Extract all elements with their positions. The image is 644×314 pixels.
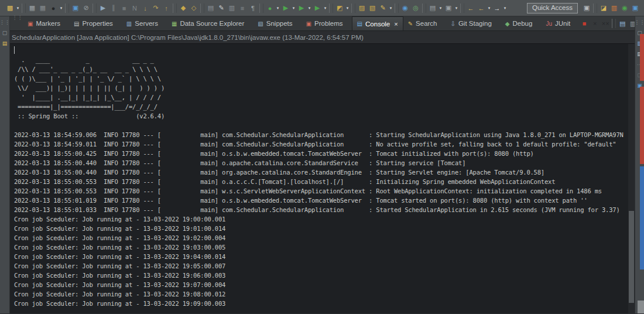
remove-all-launches-icon[interactable]: ×× xyxy=(600,18,611,29)
window-icon[interactable]: ▣ xyxy=(70,2,81,13)
save-icon[interactable]: ▦ xyxy=(27,2,37,13)
back-icon[interactable]: ← xyxy=(465,2,476,13)
toolbar-separator xyxy=(422,4,426,13)
show-whitespace-icon[interactable]: ¶ xyxy=(248,2,258,13)
last-tool-icon[interactable]: ▣ xyxy=(443,2,454,13)
run-last-icon[interactable]: ● xyxy=(265,2,275,13)
console-output[interactable]: . ____ _ __ _ _ /\\ / ___'_ __ _ _(_)_ _… xyxy=(10,43,635,313)
clear-console-icon[interactable]: ▤ xyxy=(617,18,628,29)
tab-label: JUnit xyxy=(555,20,570,27)
toolbar-separator xyxy=(351,4,355,13)
tab-servers[interactable]: ▥ Servers xyxy=(122,16,167,30)
right-strip-handle[interactable]: ⋮⋮ xyxy=(635,18,644,26)
console-line: 2022-03-13 18:55:00.440 INFO 17780 --- [… xyxy=(14,168,635,177)
perspective-debug-icon[interactable]: ◉ xyxy=(619,2,630,13)
disconnect-icon[interactable]: N xyxy=(129,2,140,13)
tab-data-source-explorer[interactable]: ▦ Data Source Explorer xyxy=(167,16,253,30)
step-over-icon[interactable]: ↷ xyxy=(150,2,161,13)
pause-icon[interactable]: ∥ xyxy=(108,2,119,13)
forward-dropdown[interactable]: ▾ xyxy=(502,2,508,13)
console-line: /\\ / ___'_ __ _ _(_)_ __ __ _ \ \ \ \ xyxy=(14,64,635,74)
edge-artifact-blue xyxy=(640,166,644,269)
console-line: 2022-03-13 18:55:00.425 INFO 17780 --- [… xyxy=(14,149,635,158)
properties-icon: ▤ xyxy=(74,21,79,27)
tab-markers[interactable]: ▣ Markers xyxy=(23,16,69,30)
resume-icon[interactable]: ▶ xyxy=(98,2,108,13)
tab-properties[interactable]: ▤ Properties xyxy=(69,16,122,30)
terminate-icon[interactable]: ■ xyxy=(119,2,129,13)
run-icon[interactable]: ▶ xyxy=(280,2,291,13)
snippets-icon: ▧ xyxy=(258,21,263,27)
scrollbar-thumb[interactable] xyxy=(629,211,634,302)
export-icon[interactable]: ▧ xyxy=(367,2,378,13)
outline-icon[interactable]: ≡ xyxy=(237,2,248,13)
restore-left-view-icon[interactable]: ▢ xyxy=(1,28,9,37)
toolbar-separator xyxy=(329,4,333,13)
new-wizard-dropdown[interactable]: ▾ xyxy=(15,2,20,13)
open-console-icon[interactable]: ▤ xyxy=(205,2,216,13)
toolbar-separator xyxy=(612,19,616,28)
terminate-console-icon[interactable]: ■ xyxy=(579,18,590,29)
tab-junit[interactable]: Ju JUnit xyxy=(541,16,579,30)
console-view: ⋮⋮ ▣ Markers ▤ Properties xyxy=(10,16,635,313)
import-icon[interactable]: ▨ xyxy=(357,2,367,13)
tab-problems[interactable]: ▣ Problems xyxy=(302,16,352,30)
browser-icon[interactable]: ◉ xyxy=(400,2,410,13)
run-dropdown[interactable]: ▾ xyxy=(291,2,296,13)
step-return-icon[interactable]: ↑ xyxy=(161,2,172,13)
external-tools-icon[interactable]: ◩ xyxy=(334,2,345,13)
left-strip-handle[interactable]: ⋮⋮ xyxy=(1,18,9,26)
remove-launch-icon[interactable]: × xyxy=(590,18,600,29)
task-icon[interactable]: ▥ xyxy=(227,2,237,13)
console-line: . ____ _ __ _ _ xyxy=(14,55,635,64)
perspective-javaee-icon[interactable]: ◪ xyxy=(598,2,609,13)
back-history-icon[interactable]: ← xyxy=(476,2,487,13)
save-all-icon[interactable]: ▦ xyxy=(37,2,48,13)
coverage-icon[interactable]: ▶ xyxy=(296,2,307,13)
console-line: 2022-03-13 18:55:00.440 INFO 17780 --- [… xyxy=(14,158,635,168)
tab-console[interactable]: ▤ Console × xyxy=(352,16,403,30)
drop-to-frame-icon[interactable]: ◆ xyxy=(178,2,189,13)
toolbar-separator xyxy=(173,4,177,13)
profile-icon[interactable]: ▶ xyxy=(312,2,323,13)
run-last-dropdown[interactable]: ▾ xyxy=(275,2,280,13)
tab-snippets[interactable]: ▧ Snippets xyxy=(253,16,301,30)
tab-label: Markers xyxy=(36,20,60,27)
open-perspective-icon[interactable]: ▣ xyxy=(581,2,592,13)
user-icon[interactable]: ● xyxy=(48,2,59,13)
back-history-dropdown[interactable]: ▾ xyxy=(487,2,492,13)
vertical-scrollbar[interactable] xyxy=(628,44,635,313)
view-tabs: ▣ Markers ▤ Properties ▥ Servers xyxy=(23,16,579,30)
coverage-dropdown[interactable]: ▾ xyxy=(307,2,312,13)
forward-icon[interactable]: → xyxy=(492,2,502,13)
use-step-filters-icon[interactable]: ◇ xyxy=(189,2,199,13)
console-line: Cron job Sceduler: Job running at - 13-0… xyxy=(14,280,635,289)
user-dropdown[interactable]: ▾ xyxy=(59,2,64,13)
skip-breakpoints-icon[interactable]: ⊘ xyxy=(81,2,91,13)
new-wizard-icon[interactable]: ▩ xyxy=(5,2,15,13)
text-caret xyxy=(14,46,15,54)
tab-search[interactable]: ✎ Search xyxy=(403,16,446,30)
tab-label: Snippets xyxy=(266,20,293,27)
tab-debug[interactable]: ◆ Debug xyxy=(501,16,542,30)
new-class-dropdown[interactable]: ▾ xyxy=(438,2,443,13)
quick-access-button[interactable]: Quick Access xyxy=(527,3,578,13)
perspective-java-icon[interactable]: ▣ xyxy=(630,2,640,13)
perspective-git-icon[interactable]: ▥ xyxy=(609,2,619,13)
tabbar-drag-handle[interactable]: ⋮⋮ xyxy=(12,16,23,30)
edge-artifact-red xyxy=(640,34,644,81)
last-tool-dropdown[interactable]: ▾ xyxy=(454,2,459,13)
tab-git-staging[interactable]: ⇩ Git Staging xyxy=(446,16,501,30)
console-line: Cron job Sceduler: Job running at - 13-0… xyxy=(14,233,635,243)
search-pencil-icon[interactable]: ✎ xyxy=(378,2,388,13)
close-console-icon[interactable]: × xyxy=(394,21,398,28)
minimized-console-view-icon[interactable]: ▤ xyxy=(1,39,9,47)
edge-artifact-red xyxy=(640,87,644,164)
profile-dropdown[interactable]: ▾ xyxy=(323,2,328,13)
edit-icon[interactable]: ✎ xyxy=(216,2,227,13)
web-service-icon[interactable]: ◎ xyxy=(410,2,421,13)
search-dropdown[interactable]: ▾ xyxy=(388,2,393,13)
step-into-icon[interactable]: ↓ xyxy=(140,2,150,13)
external-tools-dropdown[interactable]: ▾ xyxy=(345,2,350,13)
new-class-icon[interactable]: ▤ xyxy=(427,2,438,13)
